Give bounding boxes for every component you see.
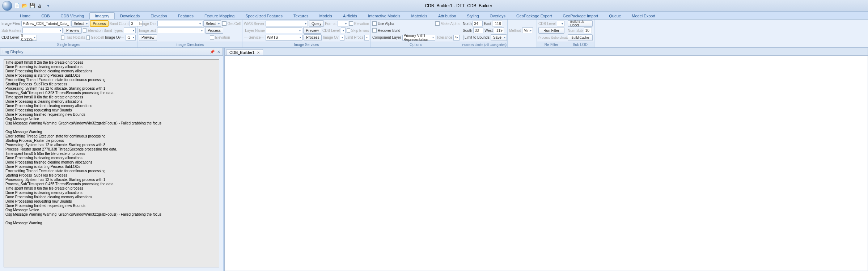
tolerance-dropdown[interactable]: 4 <box>453 35 460 41</box>
group-image-directories: Image Dirs Select GeoCell Image .ext Pro… <box>137 20 242 47</box>
band-types-dropdown[interactable] <box>124 27 136 33</box>
tab-interactive-models[interactable]: Interactive Models <box>363 12 406 19</box>
svc-preview-button[interactable]: Preview <box>303 27 321 34</box>
group-image-services: WMS Server Query Format Elevation -Layer… <box>242 20 371 47</box>
image-files-input[interactable] <box>21 21 70 26</box>
build-sub-lods-button[interactable]: Build Sub LODS <box>568 20 593 27</box>
tab-styling[interactable]: Styling <box>462 12 484 19</box>
tab-models[interactable]: Models <box>314 12 338 19</box>
skip-errors-checkbox[interactable] <box>347 28 350 33</box>
west-input[interactable] <box>494 27 504 33</box>
method-dropdown[interactable]: Min <box>522 27 533 33</box>
workspace: Log Display 📌 ✕ Time spent hms0 0 2in th… <box>0 48 868 271</box>
use-alpha-checkbox[interactable] <box>372 21 377 26</box>
tab-home[interactable]: Home <box>14 12 36 19</box>
recover-build-checkbox[interactable] <box>372 28 377 33</box>
dirs-select-button[interactable]: Select <box>203 20 221 27</box>
svc-elevation-checkbox[interactable] <box>349 21 353 26</box>
elevation-checkbox[interactable] <box>83 28 87 33</box>
geocell-label: GeoCell <box>91 35 104 39</box>
tab-downloads[interactable]: Downloads <box>115 12 145 19</box>
document-tab-close-icon[interactable]: ✕ <box>257 51 260 55</box>
limit-procs-dropdown[interactable] <box>364 35 369 41</box>
tab-features[interactable]: Features <box>173 12 199 19</box>
south-input[interactable] <box>473 27 483 33</box>
tab-feature-mapping[interactable]: Feature Mapping <box>199 12 240 19</box>
save-icon[interactable]: 💾 <box>29 3 35 9</box>
tab-cdb-viewing[interactable]: CDB Viewing <box>55 12 90 19</box>
tab-elevation[interactable]: Elevation <box>145 12 172 19</box>
svc-process-button[interactable]: Process <box>304 34 322 41</box>
tab-textures[interactable]: Textures <box>288 12 314 19</box>
cdb-level-dropdown[interactable]: 9 - 0.2123m <box>20 35 37 41</box>
layer-name-dropdown[interactable] <box>266 27 302 33</box>
open-icon[interactable]: 📂 <box>21 3 28 9</box>
image-ext-dropdown[interactable] <box>157 27 204 33</box>
image-dirs-dropdown[interactable] <box>157 21 202 26</box>
cdb-level-label: CDB Level <box>1 35 19 39</box>
service-dropdown[interactable]: WMTS <box>266 35 303 41</box>
limit-bounds-checkbox[interactable] <box>463 35 463 40</box>
print-icon[interactable]: 🖨 <box>37 3 43 9</box>
geocell-checkbox[interactable] <box>86 35 90 40</box>
tab-attribution[interactable]: Attribution <box>433 12 462 19</box>
group-title-single-images: Single Images <box>0 42 137 47</box>
preview-button[interactable]: Preview <box>64 27 82 34</box>
group-process-limits-b: Method Min <box>508 20 537 47</box>
tab-airfields[interactable]: Airfields <box>338 12 363 19</box>
rf-cdb-level-dropdown[interactable] <box>557 21 564 26</box>
north-input[interactable] <box>473 21 483 26</box>
log-textbox[interactable]: Time spent hms0 0 2in the tile createion… <box>4 59 219 267</box>
tab-overlays[interactable]: Overlays <box>484 12 511 19</box>
titlebar: 📄 📂 💾 🖨 ▾ CDB_Builder1 - DTT_CDB_Builder <box>0 0 868 12</box>
sub-rasters-dropdown[interactable] <box>22 27 63 33</box>
group-sublod: Build Sub LODS Num Sub Build Cache Sub L… <box>566 20 594 47</box>
ribbon-tabs: HomeCDBCDB ViewingImageryDownloadsElevat… <box>0 12 868 20</box>
qat-dropdown-icon[interactable]: ▾ <box>45 3 51 9</box>
tab-specialized-features[interactable]: Specialized Features <box>240 12 288 19</box>
limit-procs-label: Limit Procs <box>346 35 363 39</box>
document-canvas[interactable] <box>224 56 868 271</box>
new-icon[interactable]: 📄 <box>14 3 20 9</box>
image-ov-dropdown[interactable]: -1 <box>126 35 136 41</box>
tab-cdb[interactable]: CDB <box>36 12 55 19</box>
tab-model-export[interactable]: Model Export <box>626 12 661 19</box>
close-icon[interactable]: ✕ <box>217 50 220 54</box>
group-title-image-dirs: Image Directories <box>137 42 242 47</box>
save-button[interactable]: Save <box>491 34 507 41</box>
dirs-preview-button[interactable]: Preview <box>139 34 157 41</box>
tab-geopackage-export[interactable]: GeoPackage Export <box>511 12 557 19</box>
tab-imagery[interactable]: Imagery <box>89 12 115 19</box>
run-filter-button[interactable]: Run Filter <box>538 27 564 34</box>
format-label: Format <box>325 22 336 26</box>
dirs-process-button[interactable]: Process <box>205 27 223 34</box>
limit-bounds-label: Limit to Bounds <box>465 35 490 39</box>
dirs-elevation-checkbox[interactable] <box>210 35 214 40</box>
tab-queue[interactable]: Queue <box>604 12 626 19</box>
dirs-geocell-checkbox[interactable] <box>222 21 226 26</box>
make-alpha-checkbox[interactable] <box>435 21 440 26</box>
app-orb[interactable] <box>2 1 12 11</box>
elevation-label: Elevation <box>88 29 102 33</box>
wms-server-dropdown[interactable] <box>266 21 308 26</box>
build-cache-button[interactable]: Build Cache <box>568 34 593 41</box>
query-button[interactable]: Query <box>309 20 324 27</box>
tab-geopackage-import[interactable]: GeoPackage Import <box>557 12 604 19</box>
east-input[interactable] <box>492 21 502 26</box>
north-label: North <box>463 22 471 26</box>
select-button[interactable]: Select <box>71 20 89 27</box>
svc-cdb-level-dropdown[interactable] <box>341 27 346 33</box>
has-nodata-checkbox[interactable] <box>61 35 64 40</box>
rf-cdb-level-label: CDB Level <box>538 22 556 26</box>
svc-image-ov-dropdown[interactable] <box>340 35 344 41</box>
wms-server-label: WMS Server <box>244 22 264 26</box>
tab-materials[interactable]: Materials <box>406 12 433 19</box>
num-sub-input[interactable] <box>584 27 592 33</box>
component-layer-dropdown[interactable]: Primary VSTI Representation <box>402 35 436 41</box>
process-button[interactable]: Process <box>90 20 108 27</box>
pin-icon[interactable]: 📌 <box>210 50 215 54</box>
format-dropdown[interactable] <box>338 21 348 26</box>
window-title: CDB_Builder1 - DTT_CDB_Builder <box>51 3 866 8</box>
document-tab[interactable]: CDB_Builder1 ✕ <box>226 49 263 55</box>
svc-cdb-level-label: CDB Level <box>322 29 340 33</box>
